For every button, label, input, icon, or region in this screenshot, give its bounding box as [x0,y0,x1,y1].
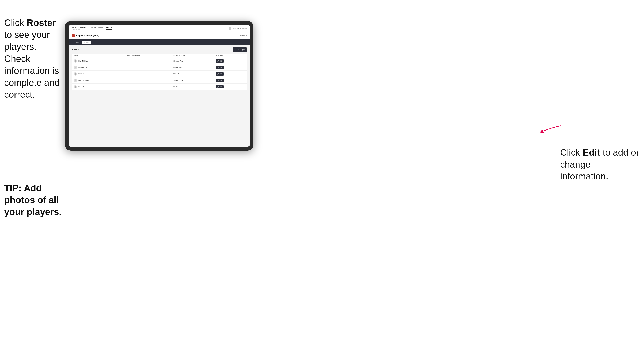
logo-title: SCOREBOARD [72,27,86,29]
edit-icon-4 [218,86,219,88]
player-name-1: David Ford [78,66,86,68]
player-actions-1: Edit [214,64,247,71]
player-avatar-3 [74,79,77,82]
player-name-2: Elliot Ebert [78,73,86,75]
cancel-button[interactable]: Cancel × [240,35,247,37]
edit-label-1: Edit [220,67,222,68]
player-email-4 [125,84,171,90]
player-name-cell-2: Elliot Ebert [72,71,125,77]
add-player-button[interactable]: + Add Player [232,47,247,52]
edit-button-2[interactable]: Edit [216,72,224,76]
player-avatar-4 [74,85,77,88]
player-actions-3: Edit [214,77,247,84]
edit-button-1[interactable]: Edit [216,66,224,69]
tabs-bar: Details Roster [69,39,250,45]
player-name-0: Blair McHarg [78,60,88,62]
player-avatar-1 [74,66,77,69]
tab-roster[interactable]: Roster [82,41,91,44]
nav-links: TOURNAMENTS TEAMS [90,27,228,30]
svg-point-2 [75,60,76,61]
svg-point-10 [75,86,76,87]
nav-link-tournaments[interactable]: TOURNAMENTS [90,27,104,30]
edit-icon-2 [218,73,219,75]
tip-text: TIP: Add photos of all your players. [4,182,65,218]
svg-point-6 [75,73,76,74]
edit-icon-1 [218,67,219,68]
player-name-cell-0: Blair McHarg [72,58,125,64]
top-nav: SCOREBOARD Powered by clippi TOURNAMENTS… [69,25,250,32]
right-instruction-text: Click Edit to add or change information. [560,147,640,182]
tip-label: TIP: Add photos of all your players. [4,183,62,217]
player-school-year-4: First Year [171,84,214,90]
plus-icon: + [235,48,236,51]
player-school-year-1: Fourth Year [171,64,214,71]
team-logo-letter: C [73,34,74,37]
edit-label-4: Edit [220,86,222,88]
player-name-cell-4: Piers Parnell [72,84,125,90]
player-school-year-3: Second Year [171,77,214,84]
logo-subtitle: Powered by clippi [72,29,86,30]
left-instruction-body: to see your players. Check information i… [4,29,60,100]
nav-link-teams[interactable]: TEAMS [106,27,112,30]
nav-right: U Test User | Sign out [228,27,247,30]
table-header-row: NAME EMAIL ADDRESS SCHOOL YEAR ACTIONS [72,54,247,58]
svg-point-7 [75,74,76,75]
svg-point-5 [75,68,76,68]
player-email-2 [125,71,171,77]
col-actions: ACTIONS [214,54,247,58]
right-arrow [537,123,562,136]
player-name-3: Marcus Turner [78,79,89,81]
col-email: EMAIL ADDRESS [125,54,171,58]
player-actions-4: Edit [214,84,247,90]
player-actions-2: Edit [214,71,247,77]
tab-details[interactable]: Details [72,41,81,44]
player-school-year-2: Third Year [171,71,214,77]
svg-point-4 [75,67,76,68]
user-text: Test User | Sign out [233,27,247,29]
player-name-cell-1: David Ford [72,64,125,71]
player-email-3 [125,77,171,84]
table-row: Piers Parnell First Year Edit [72,84,247,90]
players-label: PLAYERS [72,49,80,51]
edit-bold: Edit [583,147,600,158]
player-school-year-0: Second Year [171,58,214,64]
player-name-4: Piers Parnell [78,86,88,88]
player-avatar-0 [74,59,77,63]
tablet-screen: SCOREBOARD Powered by clippi TOURNAMENTS… [69,25,250,147]
table-row: David Ford Fourth Year Edit [72,64,247,71]
edit-button-0[interactable]: Edit [216,59,224,63]
players-table: NAME EMAIL ADDRESS SCHOOL YEAR ACTIONS B [72,54,247,90]
edit-icon-0 [218,60,219,62]
edit-label-3: Edit [220,80,222,81]
roster-bold: Roster [27,17,56,28]
roster-content: PLAYERS + Add Player NAME EMAIL ADDRESS … [69,45,250,147]
player-name-cell-3: Marcus Turner [72,77,125,84]
col-name: NAME [72,54,125,58]
svg-point-3 [75,61,76,62]
user-icon: U [228,27,232,30]
nav-logo: SCOREBOARD Powered by clippi [72,27,86,30]
add-player-label: Add Player [236,49,245,51]
player-avatar-2 [74,72,77,76]
edit-button-4[interactable]: Edit [216,85,224,88]
col-school-year: SCHOOL YEAR [171,54,214,58]
edit-button-3[interactable]: Edit [216,79,224,82]
svg-point-9 [75,81,76,81]
team-header: C Clippd College (Men) Cancel × [69,32,250,39]
team-name: Clippd College (Men) [76,34,99,37]
edit-label-2: Edit [220,73,222,75]
player-email-1 [125,64,171,71]
left-instruction-text: Click Roster to see your players. Check … [4,17,65,100]
svg-point-8 [75,80,76,81]
table-row: Blair McHarg Second Year Edit [72,58,247,64]
table-row: Marcus Turner Second Year Edit [72,77,247,84]
roster-header-row: PLAYERS + Add Player [72,47,247,52]
player-actions-0: Edit [214,58,247,64]
tablet-device: SCOREBOARD Powered by clippi TOURNAMENTS… [65,21,254,151]
edit-label-0: Edit [220,60,222,62]
svg-point-11 [75,87,76,88]
player-email-0 [125,58,171,64]
team-name-row: C Clippd College (Men) [72,34,99,37]
table-row: Elliot Ebert Third Year Edit [72,71,247,77]
edit-icon-3 [218,80,219,81]
